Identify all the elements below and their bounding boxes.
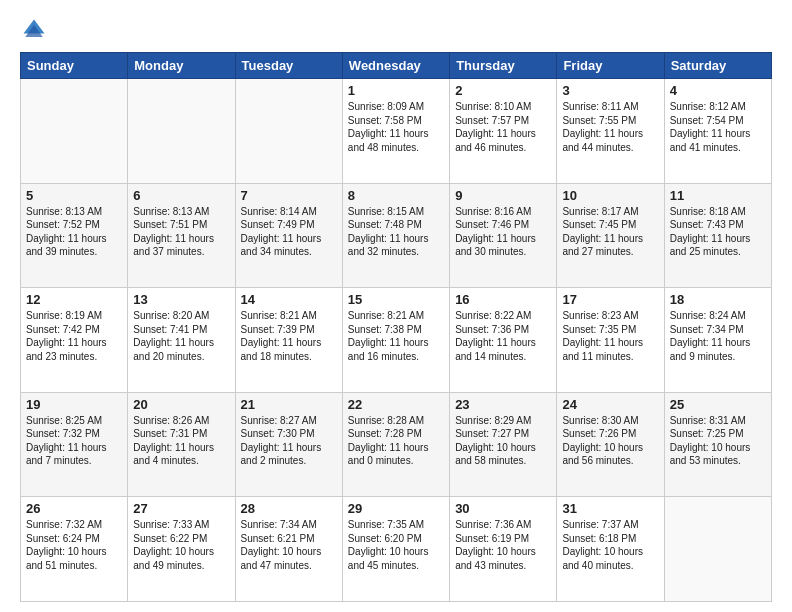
- day-cell-5: 5Sunrise: 8:13 AM Sunset: 7:52 PM Daylig…: [21, 183, 128, 288]
- day-cell-6: 6Sunrise: 8:13 AM Sunset: 7:51 PM Daylig…: [128, 183, 235, 288]
- day-cell-2: 2Sunrise: 8:10 AM Sunset: 7:57 PM Daylig…: [450, 79, 557, 184]
- day-info: Sunrise: 8:13 AM Sunset: 7:51 PM Dayligh…: [133, 205, 229, 259]
- day-info: Sunrise: 7:34 AM Sunset: 6:21 PM Dayligh…: [241, 518, 337, 572]
- day-cell-28: 28Sunrise: 7:34 AM Sunset: 6:21 PM Dayli…: [235, 497, 342, 602]
- day-cell-12: 12Sunrise: 8:19 AM Sunset: 7:42 PM Dayli…: [21, 288, 128, 393]
- day-cell-9: 9Sunrise: 8:16 AM Sunset: 7:46 PM Daylig…: [450, 183, 557, 288]
- day-cell-29: 29Sunrise: 7:35 AM Sunset: 6:20 PM Dayli…: [342, 497, 449, 602]
- day-info: Sunrise: 7:37 AM Sunset: 6:18 PM Dayligh…: [562, 518, 658, 572]
- day-number: 31: [562, 501, 658, 516]
- week-row-5: 26Sunrise: 7:32 AM Sunset: 6:24 PM Dayli…: [21, 497, 772, 602]
- empty-cell: [21, 79, 128, 184]
- logo-icon: [20, 16, 48, 44]
- day-cell-21: 21Sunrise: 8:27 AM Sunset: 7:30 PM Dayli…: [235, 392, 342, 497]
- day-info: Sunrise: 8:31 AM Sunset: 7:25 PM Dayligh…: [670, 414, 766, 468]
- weekday-header-thursday: Thursday: [450, 53, 557, 79]
- weekday-header-wednesday: Wednesday: [342, 53, 449, 79]
- day-number: 5: [26, 188, 122, 203]
- day-info: Sunrise: 8:20 AM Sunset: 7:41 PM Dayligh…: [133, 309, 229, 363]
- day-info: Sunrise: 8:22 AM Sunset: 7:36 PM Dayligh…: [455, 309, 551, 363]
- day-info: Sunrise: 8:30 AM Sunset: 7:26 PM Dayligh…: [562, 414, 658, 468]
- day-number: 9: [455, 188, 551, 203]
- day-number: 22: [348, 397, 444, 412]
- day-number: 11: [670, 188, 766, 203]
- calendar-page: SundayMondayTuesdayWednesdayThursdayFrid…: [0, 0, 792, 612]
- day-cell-24: 24Sunrise: 8:30 AM Sunset: 7:26 PM Dayli…: [557, 392, 664, 497]
- day-info: Sunrise: 7:33 AM Sunset: 6:22 PM Dayligh…: [133, 518, 229, 572]
- day-info: Sunrise: 8:19 AM Sunset: 7:42 PM Dayligh…: [26, 309, 122, 363]
- day-info: Sunrise: 8:21 AM Sunset: 7:39 PM Dayligh…: [241, 309, 337, 363]
- day-number: 27: [133, 501, 229, 516]
- day-cell-31: 31Sunrise: 7:37 AM Sunset: 6:18 PM Dayli…: [557, 497, 664, 602]
- day-number: 10: [562, 188, 658, 203]
- day-number: 14: [241, 292, 337, 307]
- day-cell-8: 8Sunrise: 8:15 AM Sunset: 7:48 PM Daylig…: [342, 183, 449, 288]
- day-number: 15: [348, 292, 444, 307]
- day-cell-18: 18Sunrise: 8:24 AM Sunset: 7:34 PM Dayli…: [664, 288, 771, 393]
- day-info: Sunrise: 8:10 AM Sunset: 7:57 PM Dayligh…: [455, 100, 551, 154]
- day-number: 13: [133, 292, 229, 307]
- day-number: 21: [241, 397, 337, 412]
- day-info: Sunrise: 7:35 AM Sunset: 6:20 PM Dayligh…: [348, 518, 444, 572]
- day-cell-13: 13Sunrise: 8:20 AM Sunset: 7:41 PM Dayli…: [128, 288, 235, 393]
- calendar-table: SundayMondayTuesdayWednesdayThursdayFrid…: [20, 52, 772, 602]
- day-info: Sunrise: 8:28 AM Sunset: 7:28 PM Dayligh…: [348, 414, 444, 468]
- day-number: 18: [670, 292, 766, 307]
- week-row-3: 12Sunrise: 8:19 AM Sunset: 7:42 PM Dayli…: [21, 288, 772, 393]
- day-cell-25: 25Sunrise: 8:31 AM Sunset: 7:25 PM Dayli…: [664, 392, 771, 497]
- day-info: Sunrise: 8:18 AM Sunset: 7:43 PM Dayligh…: [670, 205, 766, 259]
- empty-cell: [128, 79, 235, 184]
- day-number: 25: [670, 397, 766, 412]
- day-info: Sunrise: 8:21 AM Sunset: 7:38 PM Dayligh…: [348, 309, 444, 363]
- day-cell-26: 26Sunrise: 7:32 AM Sunset: 6:24 PM Dayli…: [21, 497, 128, 602]
- day-cell-10: 10Sunrise: 8:17 AM Sunset: 7:45 PM Dayli…: [557, 183, 664, 288]
- day-info: Sunrise: 8:27 AM Sunset: 7:30 PM Dayligh…: [241, 414, 337, 468]
- day-info: Sunrise: 7:32 AM Sunset: 6:24 PM Dayligh…: [26, 518, 122, 572]
- day-number: 17: [562, 292, 658, 307]
- day-cell-19: 19Sunrise: 8:25 AM Sunset: 7:32 PM Dayli…: [21, 392, 128, 497]
- day-info: Sunrise: 8:13 AM Sunset: 7:52 PM Dayligh…: [26, 205, 122, 259]
- day-cell-23: 23Sunrise: 8:29 AM Sunset: 7:27 PM Dayli…: [450, 392, 557, 497]
- day-number: 16: [455, 292, 551, 307]
- day-number: 30: [455, 501, 551, 516]
- page-header: [20, 16, 772, 44]
- day-info: Sunrise: 8:29 AM Sunset: 7:27 PM Dayligh…: [455, 414, 551, 468]
- day-cell-3: 3Sunrise: 8:11 AM Sunset: 7:55 PM Daylig…: [557, 79, 664, 184]
- day-info: Sunrise: 7:36 AM Sunset: 6:19 PM Dayligh…: [455, 518, 551, 572]
- day-cell-7: 7Sunrise: 8:14 AM Sunset: 7:49 PM Daylig…: [235, 183, 342, 288]
- day-number: 19: [26, 397, 122, 412]
- week-row-1: 1Sunrise: 8:09 AM Sunset: 7:58 PM Daylig…: [21, 79, 772, 184]
- day-info: Sunrise: 8:17 AM Sunset: 7:45 PM Dayligh…: [562, 205, 658, 259]
- day-info: Sunrise: 8:16 AM Sunset: 7:46 PM Dayligh…: [455, 205, 551, 259]
- day-info: Sunrise: 8:15 AM Sunset: 7:48 PM Dayligh…: [348, 205, 444, 259]
- day-cell-14: 14Sunrise: 8:21 AM Sunset: 7:39 PM Dayli…: [235, 288, 342, 393]
- empty-cell: [664, 497, 771, 602]
- day-number: 12: [26, 292, 122, 307]
- weekday-header-tuesday: Tuesday: [235, 53, 342, 79]
- day-number: 26: [26, 501, 122, 516]
- day-number: 6: [133, 188, 229, 203]
- weekday-header-friday: Friday: [557, 53, 664, 79]
- day-number: 2: [455, 83, 551, 98]
- day-cell-22: 22Sunrise: 8:28 AM Sunset: 7:28 PM Dayli…: [342, 392, 449, 497]
- empty-cell: [235, 79, 342, 184]
- day-info: Sunrise: 8:09 AM Sunset: 7:58 PM Dayligh…: [348, 100, 444, 154]
- day-info: Sunrise: 8:26 AM Sunset: 7:31 PM Dayligh…: [133, 414, 229, 468]
- weekday-header-saturday: Saturday: [664, 53, 771, 79]
- day-number: 24: [562, 397, 658, 412]
- day-cell-1: 1Sunrise: 8:09 AM Sunset: 7:58 PM Daylig…: [342, 79, 449, 184]
- day-info: Sunrise: 8:24 AM Sunset: 7:34 PM Dayligh…: [670, 309, 766, 363]
- day-number: 8: [348, 188, 444, 203]
- day-info: Sunrise: 8:23 AM Sunset: 7:35 PM Dayligh…: [562, 309, 658, 363]
- day-number: 7: [241, 188, 337, 203]
- day-number: 3: [562, 83, 658, 98]
- day-number: 23: [455, 397, 551, 412]
- day-cell-20: 20Sunrise: 8:26 AM Sunset: 7:31 PM Dayli…: [128, 392, 235, 497]
- day-cell-17: 17Sunrise: 8:23 AM Sunset: 7:35 PM Dayli…: [557, 288, 664, 393]
- day-number: 29: [348, 501, 444, 516]
- weekday-header-row: SundayMondayTuesdayWednesdayThursdayFrid…: [21, 53, 772, 79]
- day-number: 4: [670, 83, 766, 98]
- day-number: 1: [348, 83, 444, 98]
- day-cell-11: 11Sunrise: 8:18 AM Sunset: 7:43 PM Dayli…: [664, 183, 771, 288]
- week-row-2: 5Sunrise: 8:13 AM Sunset: 7:52 PM Daylig…: [21, 183, 772, 288]
